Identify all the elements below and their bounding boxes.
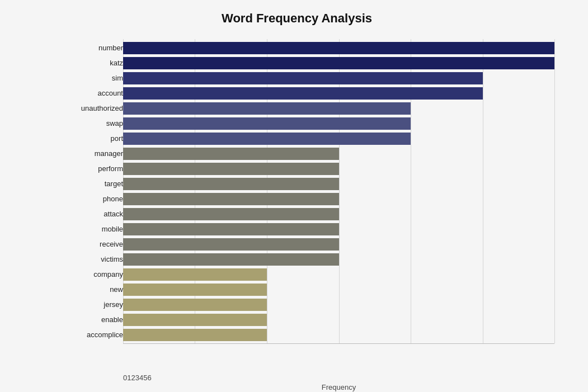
bar-label: receive — [62, 238, 123, 251]
bar-label: phone — [62, 193, 123, 205]
bar-fill — [123, 117, 411, 130]
bar-label: manager — [62, 148, 123, 160]
bar-label: swap — [62, 117, 123, 130]
bar-label: mobile — [62, 223, 123, 235]
bar-label: perform — [62, 163, 123, 175]
bar-label: sim — [62, 72, 123, 84]
x-axis-title: Frequency — [62, 383, 554, 391]
y-labels: numberkatzsimaccountunauthorizedswapport… — [62, 39, 123, 344]
bar-fill — [123, 148, 339, 160]
bar-fill — [123, 208, 339, 220]
bar-label: katz — [62, 57, 123, 69]
bar-fill — [123, 193, 339, 205]
x-tick-label: 5 — [143, 374, 147, 382]
x-tick-label: 3 — [135, 374, 139, 382]
bar-label: new — [62, 284, 123, 296]
x-axis-area: 0123456 — [62, 371, 554, 382]
bar-label: accomplice — [62, 329, 123, 341]
bar-fill — [123, 253, 339, 266]
bar-fill — [123, 329, 267, 341]
bar-label: target — [62, 178, 123, 190]
bar-label: victims — [62, 253, 123, 266]
bar-fill — [123, 102, 411, 115]
bar-fill — [123, 238, 339, 251]
bar-label: unauthorized — [62, 102, 123, 115]
chart-title: Word Frequency Analysis — [62, 11, 554, 26]
bar-fill — [123, 299, 267, 311]
bar-fill — [123, 163, 339, 175]
bar-label: enable — [62, 314, 123, 326]
x-tick-label: 6 — [147, 374, 151, 382]
bar-fill — [123, 57, 554, 69]
bar-fill — [123, 268, 267, 281]
bar-fill — [123, 284, 267, 296]
x-tick-label: 0 — [123, 374, 127, 382]
bar-fill — [123, 223, 339, 235]
x-tick-label: 2 — [131, 374, 135, 382]
chart-container: Word Frequency Analysis numberkatzsimacc… — [0, 0, 588, 392]
bar-label: number — [62, 42, 123, 54]
bar-label: jersey — [62, 299, 123, 311]
bar-fill — [123, 133, 411, 145]
bar-fill — [123, 87, 483, 100]
x-tick-label: 4 — [139, 374, 143, 382]
bar-label: company — [62, 268, 123, 281]
bar-fill — [123, 42, 554, 54]
plot-area — [123, 39, 554, 344]
bar-fill — [123, 314, 267, 326]
bar-label: attack — [62, 208, 123, 220]
x-tick-label: 1 — [127, 374, 131, 382]
bar-label: account — [62, 87, 123, 100]
bar-fill — [123, 178, 339, 190]
bar-label: port — [62, 133, 123, 145]
bar-fill — [123, 72, 483, 84]
